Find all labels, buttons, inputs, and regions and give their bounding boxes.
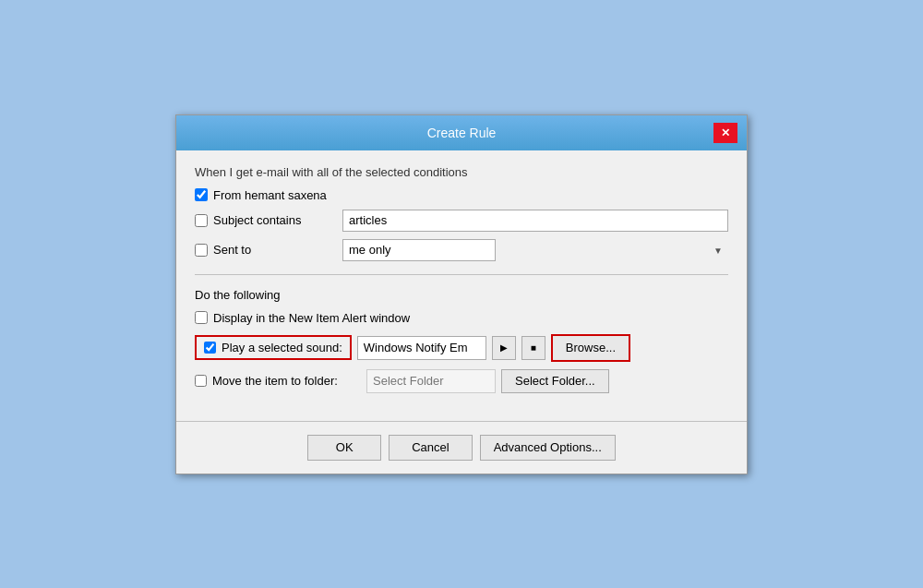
stop-button[interactable]: ■ <box>521 336 545 360</box>
divider <box>195 274 728 275</box>
subject-label-text: Subject contains <box>213 213 301 227</box>
browse-button[interactable]: Browse... <box>551 334 630 362</box>
subject-row: Subject contains <box>195 210 728 232</box>
cancel-button[interactable]: Cancel <box>389 435 472 461</box>
dialog-body: When I get e-mail with all of the select… <box>176 150 747 421</box>
dialog-footer: OK Cancel Advanced Options... <box>176 421 747 474</box>
actions-section: Do the following Display in the New Item… <box>195 288 728 393</box>
conditions-section: When I get e-mail with all of the select… <box>195 165 728 261</box>
close-button[interactable]: ✕ <box>713 123 737 143</box>
conditions-section-label: When I get e-mail with all of the select… <box>195 165 728 179</box>
play-sound-row: Play a selected sound: ▶ ■ Browse... <box>195 334 728 362</box>
display-checkbox[interactable] <box>195 311 208 324</box>
advanced-options-button[interactable]: Advanced Options... <box>480 435 616 461</box>
sentto-label-text: Sent to <box>213 243 251 257</box>
sentto-select[interactable]: me only me and other recipients anyone <box>342 239 496 261</box>
actions-section-label: Do the following <box>195 288 728 302</box>
sentto-select-wrapper: me only me and other recipients anyone <box>342 239 728 261</box>
create-rule-dialog: Create Rule ✕ When I get e-mail with all… <box>175 114 748 474</box>
dialog-title: Create Rule <box>210 126 713 140</box>
play-sound-label: Play a selected sound: <box>222 341 342 354</box>
move-folder-row: Move the item to folder: Select Folder..… <box>195 369 728 393</box>
display-label[interactable]: Display in the New Item Alert window <box>195 311 410 325</box>
move-folder-checkbox[interactable] <box>195 375 207 387</box>
title-bar: Create Rule ✕ <box>176 115 747 150</box>
from-row: From hemant saxena <box>195 188 728 202</box>
from-label[interactable]: From hemant saxena <box>195 188 342 202</box>
from-checkbox[interactable] <box>195 188 208 201</box>
play-button[interactable]: ▶ <box>492 336 516 360</box>
display-alert-row: Display in the New Item Alert window <box>195 311 728 325</box>
sentto-label[interactable]: Sent to <box>195 243 342 257</box>
folder-label-container: Move the item to folder: <box>195 374 361 388</box>
display-label-text: Display in the New Item Alert window <box>213 311 410 325</box>
select-folder-button[interactable]: Select Folder... <box>501 369 609 393</box>
move-folder-label: Move the item to folder: <box>212 374 338 388</box>
play-sound-checkbox[interactable] <box>204 342 216 354</box>
play-sound-highlighted: Play a selected sound: <box>195 335 352 360</box>
sentto-checkbox[interactable] <box>195 244 208 257</box>
ok-button[interactable]: OK <box>307 435 381 461</box>
dialog-wrapper: Create Rule ✕ When I get e-mail with all… <box>175 114 748 474</box>
subject-label[interactable]: Subject contains <box>195 213 342 227</box>
folder-input[interactable] <box>366 369 496 393</box>
sentto-row: Sent to me only me and other recipients … <box>195 239 728 261</box>
subject-checkbox[interactable] <box>195 214 208 227</box>
from-label-text: From hemant saxena <box>213 188 327 202</box>
sound-name-input[interactable] <box>357 336 486 360</box>
subject-input[interactable] <box>342 210 728 232</box>
